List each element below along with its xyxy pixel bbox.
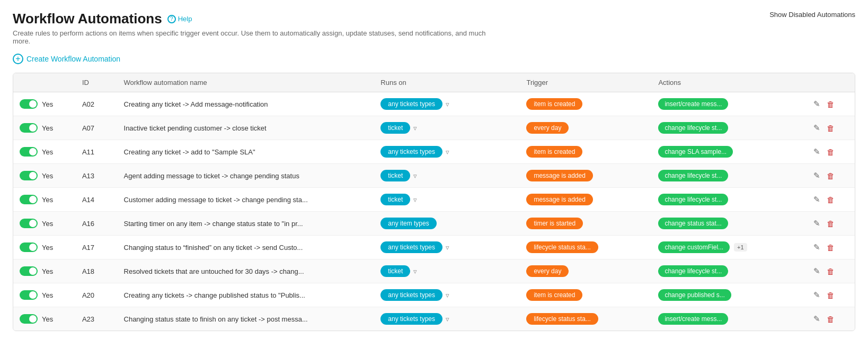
edit-button[interactable]: ✎ (811, 264, 822, 278)
id-cell: A14 (76, 188, 118, 212)
filter-icon[interactable]: ▿ (446, 148, 449, 156)
enabled-toggle[interactable] (20, 266, 38, 276)
name-cell: Creating any ticket -> add to "Sample SL… (118, 140, 375, 164)
edit-button[interactable]: ✎ (811, 193, 822, 206)
filter-icon[interactable]: ▿ (446, 315, 449, 323)
delete-button[interactable]: 🗑 (825, 98, 837, 111)
trigger-badge: item is created (526, 98, 582, 110)
edit-button[interactable]: ✎ (811, 97, 822, 111)
delete-button[interactable]: 🗑 (825, 122, 837, 135)
enabled-cell: Yes (13, 188, 76, 212)
table-row: Yes A20Creating any tickets -> change pu… (13, 283, 855, 307)
edit-button[interactable]: ✎ (811, 288, 822, 302)
row-controls: ✎ 🗑 (805, 140, 855, 164)
delete-button[interactable]: 🗑 (825, 193, 837, 206)
enabled-toggle[interactable] (20, 242, 38, 252)
delete-button[interactable]: 🗑 (825, 241, 837, 254)
enabled-toggle[interactable] (20, 171, 38, 180)
name-cell: Creating any tickets -> change published… (118, 283, 375, 307)
id-cell: A18 (76, 259, 118, 283)
enabled-cell: Yes (13, 236, 76, 259)
runs-on-cell: ticket▿ (374, 116, 520, 140)
delete-button[interactable]: 🗑 (825, 289, 837, 302)
filter-icon[interactable]: ▿ (446, 100, 449, 108)
help-label: Help (178, 15, 192, 23)
action-badge: change SLA sample... (658, 146, 733, 158)
runs-on-cell: ticket▿ (374, 259, 520, 283)
edit-button[interactable]: ✎ (811, 240, 822, 254)
id-cell: A20 (76, 283, 118, 307)
action-badge: change lifecycle st... (658, 122, 728, 134)
edit-button[interactable]: ✎ (811, 312, 822, 326)
enabled-toggle[interactable] (20, 123, 38, 133)
col-header-id: ID (76, 73, 118, 92)
yes-label: Yes (42, 196, 53, 204)
trigger-cell: every day (520, 259, 652, 283)
name-cell: Resolved tickets that are untouched for … (118, 259, 375, 283)
runs-on-cell: any tickets types▿ (374, 92, 520, 116)
delete-button[interactable]: 🗑 (825, 265, 837, 278)
title-section: Workflow Automations ? Help Create rules… (13, 11, 490, 45)
help-link[interactable]: ? Help (167, 15, 192, 23)
action-badge: insert/create mess... (658, 313, 728, 325)
id-cell: A07 (76, 116, 118, 140)
runs-on-cell: any tickets types▿ (374, 283, 520, 307)
actions-cell: change lifecycle st... (652, 164, 804, 188)
edit-button[interactable]: ✎ (811, 121, 822, 135)
runs-on-badge: ticket (380, 122, 410, 134)
filter-icon[interactable]: ▿ (413, 196, 417, 204)
yes-label: Yes (42, 267, 53, 275)
enabled-cell: Yes (13, 212, 76, 236)
plus-circle-icon: + (13, 54, 23, 64)
page-title-text: Workflow Automations (13, 11, 162, 27)
trigger-cell: message is added (520, 164, 652, 188)
enabled-toggle[interactable] (20, 314, 38, 324)
col-header-edit (805, 73, 855, 92)
enabled-cell: Yes (13, 283, 76, 307)
actions-cell: change published s... (652, 283, 804, 307)
runs-on-badge: any tickets types (380, 313, 442, 325)
delete-button[interactable]: 🗑 (825, 145, 837, 159)
row-controls: ✎ 🗑 (805, 188, 855, 212)
enabled-toggle[interactable] (20, 290, 38, 300)
col-header-runs: Runs on (374, 73, 520, 92)
enabled-cell: Yes (13, 92, 76, 116)
id-cell: A16 (76, 212, 118, 236)
edit-button[interactable]: ✎ (811, 216, 822, 230)
yes-label: Yes (42, 148, 53, 156)
trigger-cell: item is created (520, 140, 652, 164)
create-btn-label: Create Workflow Automation (26, 55, 120, 63)
delete-button[interactable]: 🗑 (825, 313, 837, 326)
enabled-toggle[interactable] (20, 195, 38, 204)
trigger-cell: lifecycle status sta... (520, 236, 652, 259)
show-disabled-button[interactable]: Show Disabled Automations (769, 11, 855, 19)
create-workflow-button[interactable]: + Create Workflow Automation (13, 54, 120, 64)
runs-on-cell: ticket▿ (374, 188, 520, 212)
filter-icon[interactable]: ▿ (413, 124, 417, 132)
table-header: ID Workflow automation name Runs on Trig… (13, 73, 855, 92)
delete-button[interactable]: 🗑 (825, 169, 837, 183)
delete-button[interactable]: 🗑 (825, 217, 837, 230)
name-cell: Changing status to “finished” on any tic… (118, 236, 375, 259)
filter-icon[interactable]: ▿ (413, 267, 417, 275)
id-cell: A11 (76, 140, 118, 164)
enabled-toggle[interactable] (20, 147, 38, 157)
filter-icon[interactable]: ▿ (413, 172, 417, 180)
edit-button[interactable]: ✎ (811, 145, 822, 159)
trigger-badge: timer is started (526, 218, 583, 229)
row-controls: ✎ 🗑 (805, 164, 855, 188)
name-cell: Agent adding message to ticket -> change… (118, 164, 375, 188)
filter-icon[interactable]: ▿ (446, 291, 449, 299)
table-row: Yes A13Agent adding message to ticket ->… (13, 164, 855, 188)
table-row: Yes A02Creating any ticket -> Add messag… (13, 92, 855, 116)
table-row: Yes A11Creating any ticket -> add to "Sa… (13, 140, 855, 164)
filter-icon[interactable]: ▿ (446, 244, 449, 252)
edit-button[interactable]: ✎ (811, 169, 822, 183)
enabled-toggle[interactable] (20, 99, 38, 109)
table-row: Yes A17Changing status to “finished” on … (13, 236, 855, 259)
table-row: Yes A14Customer adding message to ticket… (13, 188, 855, 212)
table-row: Yes A07Inactive ticket pending customer … (13, 116, 855, 140)
enabled-toggle[interactable] (20, 219, 38, 228)
runs-on-cell: ticket▿ (374, 164, 520, 188)
runs-on-badge: any tickets types (380, 98, 442, 110)
